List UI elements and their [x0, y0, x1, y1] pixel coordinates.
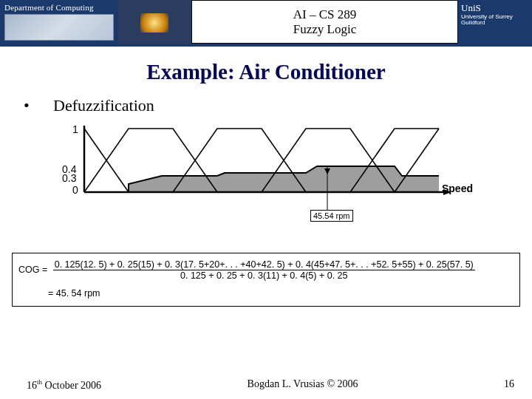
footer-page: 16 [504, 378, 514, 392]
dept-block: Department of Computing [0, 0, 118, 44]
footer-date: 16th October 2006 [27, 378, 101, 392]
screen-glow-icon [140, 13, 168, 33]
bullet-dot: • [24, 96, 53, 115]
uni-city: Guildford [461, 20, 529, 26]
cog-numerator: 0. 125(12. 5) + 0. 25(15) + 0. 3(17. 5+2… [53, 259, 475, 270]
x-arrow-icon [443, 189, 451, 195]
slide-header: Department of Computing AI – CS 289 Fuzz… [0, 0, 532, 47]
bullet-row: • Defuzzification [24, 96, 532, 115]
cog-denominator: 0. 125 + 0. 25 + 0. 3(11) + 0. 4(5) + 0.… [53, 270, 475, 281]
bullet-text: Defuzzification [53, 96, 154, 115]
cog-formula-box: COG = 0. 125(12. 5) + 0. 25(15) + 0. 3(1… [12, 253, 520, 307]
cog-fraction: 0. 125(12. 5) + 0. 25(15) + 0. 3(17. 5+2… [53, 259, 475, 281]
course-topic: Fuzzy Logic [293, 22, 356, 37]
lab-photo [4, 14, 114, 41]
uni-logo-block: UniS University of Surrey Guildford [458, 0, 532, 44]
course-title-box: AI – CS 289 Fuzzy Logic [192, 0, 458, 44]
page-title: Example: Air Conditioner [0, 60, 532, 84]
course-code: AI – CS 289 [293, 7, 356, 22]
mid-photo [118, 0, 192, 44]
cog-equation: COG = 0. 125(12. 5) + 0. 25(15) + 0. 3(1… [18, 259, 514, 281]
slide-footer: 16th October 2006 Bogdan L. Vrusias © 20… [0, 378, 532, 392]
cog-result: = 45. 54 rpm [48, 288, 514, 299]
cog-lhs: COG = [18, 265, 50, 275]
footer-author: Bogdan L. Vrusias © 2006 [248, 378, 358, 392]
dept-label: Department of Computing [4, 3, 114, 12]
fuzzy-chart: 1 0.4 0.3 0 Speed [59, 124, 473, 228]
unis-logo-text: UniS [461, 2, 529, 14]
cog-output-box: 45.54 rpm [310, 210, 353, 222]
chart-svg [59, 124, 473, 228]
